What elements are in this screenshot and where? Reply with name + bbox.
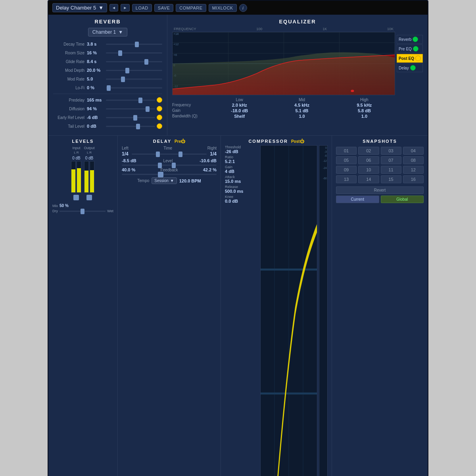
snapshot-01[interactable]: 01 [336,147,357,155]
snapshot-16[interactable]: 16 [403,175,424,183]
snapshot-06[interactable]: 06 [358,156,379,164]
eq-high-header: High [334,98,395,102]
level-label: Level [163,159,173,163]
eq-freq-low: 2.0 kHz [209,103,270,107]
save-button[interactable]: SAVE [154,4,174,12]
decay-time-slider[interactable] [106,44,162,45]
snapshot-08[interactable]: 08 [403,156,424,164]
mix-row: Mix 50 % [52,203,113,208]
ratio-value: 5.2:1 [225,159,259,164]
eq-post-btn[interactable]: Post EQ [397,54,423,63]
feedback-label: Feedback [161,168,178,172]
level-slider[interactable] [122,165,217,166]
eq-delay-btn[interactable]: Delay [397,63,423,72]
eq-title: EQUALIZER [172,19,423,25]
snapshot-actions: Revert Current Global [336,186,424,203]
time-slider[interactable] [132,154,207,155]
predelay-power[interactable] [157,97,162,103]
comp-header: COMPRESSOR Post⏻ [225,139,328,144]
ratio-param: Ratio 5.2:1 [225,155,259,164]
mod-rate-slider[interactable] [106,79,162,80]
early-ref-slider[interactable] [106,117,155,118]
mixlock-button[interactable]: MIXLOCK [209,4,237,12]
snapshot-04[interactable]: 04 [403,147,424,155]
snapshot-13[interactable]: 13 [336,175,357,183]
snapshot-11[interactable]: 11 [381,166,401,174]
input-meter-value: 0 dB [72,156,81,160]
tempo-label: Tempo [137,178,149,183]
eq-gain-high: 5.8 dB [334,108,395,113]
diffusion-slider[interactable] [106,108,155,109]
post-eq-power-btn[interactable] [415,56,421,61]
svg-point-0 [351,90,354,92]
early-ref-power[interactable] [157,115,162,120]
mod-depth-slider[interactable] [106,70,162,71]
output-slider-thumb[interactable] [86,195,92,200]
room-size-slider[interactable] [106,52,162,54]
toolbar: Delay Chamber 5 ▼ ◄ ► LOAD SAVE COMPARE … [48,1,428,15]
mod-depth-row: Mod Depth 20.0 % [53,67,162,74]
levels-panel: LEVELS Input L R 0 dB [48,136,118,476]
preset-name: Delay Chamber 5 [56,5,96,11]
reverb-power-btn[interactable] [413,36,418,42]
compare-button[interactable]: COMPARE [176,4,206,12]
snapshot-02[interactable]: 02 [358,147,379,155]
predelay-slider[interactable] [106,100,155,101]
eq-graph[interactable]: +18 +12 +6 0 -6 -12 -18 [172,32,395,95]
output-meter-label: Output [84,146,94,150]
input-meter-R [77,161,81,193]
eq-bw-high: 1.0 [334,114,395,119]
prev-button[interactable]: ◄ [109,4,118,12]
right-feedback-value: 42.2 % [203,167,217,172]
revert-button[interactable]: Revert [336,186,424,194]
diffusion-power[interactable] [157,106,162,111]
tempo-select[interactable]: Session ▼ [152,177,177,184]
snapshot-03[interactable]: 03 [381,147,401,155]
tempo-row: Tempo Session ▼ 120.0 BPM [122,177,217,184]
threshold-value: -26 dB [225,149,259,154]
eq-freq-label: Frequency [172,103,208,107]
lo-fi-slider[interactable] [106,87,162,88]
right-level-value: -10.6 dB [200,158,217,163]
current-button[interactable]: Current [336,196,379,203]
mod-rate-row: Mod Rate 5.0 [53,75,162,83]
input-slider-thumb[interactable] [73,195,79,200]
knee-param: Knee 0.0 dB [225,195,259,203]
eq-bw-low: Shelf [209,114,270,119]
info-button[interactable]: i [239,4,247,12]
delay-header: DELAY Pre⏻ [122,139,217,144]
reverb-panel: REVERB Chamber 1 ▼ Decay Time 3.8 s Room… [48,15,167,135]
load-button[interactable]: LOAD [132,4,152,12]
preset-dropdown[interactable]: Delay Chamber 5 ▼ [52,3,107,12]
glide-rate-slider[interactable] [106,61,162,62]
delay-panel: DELAY Pre⏻ Left Time Right 1/4 1/4 -8.5 … [118,136,221,476]
mix-slider[interactable] [60,211,106,212]
eq-reverb-btn[interactable]: Reverb [397,35,423,44]
snapshot-05[interactable]: 05 [336,156,357,164]
global-button[interactable]: Global [381,196,424,203]
comp-graph[interactable]: OUTPUT [260,145,317,476]
eq-pre-btn[interactable]: Pre EQ [397,44,423,53]
pre-eq-power-btn[interactable] [413,46,418,52]
snapshot-14[interactable]: 14 [358,175,379,183]
feedback-slider[interactable] [122,174,217,175]
output-meter-L [84,161,89,193]
reverb-preset-row: Chamber 1 ▼ [53,28,162,36]
snapshot-15[interactable]: 15 [381,175,401,183]
attack-param: Attack 15.0 ms [225,175,259,184]
mix-label: Mix [52,204,58,208]
reverb-preset-select[interactable]: Chamber 1 ▼ [88,28,127,36]
snapshot-10[interactable]: 10 [358,166,379,174]
snapshot-12[interactable]: 12 [403,166,424,174]
tail-level-power[interactable] [157,123,162,129]
reverb-params-group2: Predelay 165 ms Diffusion 94 % Early Ref… [53,96,162,130]
snapshot-07[interactable]: 07 [381,156,401,164]
snapshot-09[interactable]: 09 [336,166,357,174]
delay-eq-power-btn[interactable] [410,65,416,71]
eq-gain-low: -18.0 dB [209,108,270,113]
room-size-row: Room Size 16 % [53,49,162,56]
next-button[interactable]: ► [121,4,129,12]
eq-bw-mid: 1.0 [271,114,332,119]
eq-bw-label: Bandwidth (Q) [172,114,208,119]
tail-level-slider[interactable] [106,126,155,127]
